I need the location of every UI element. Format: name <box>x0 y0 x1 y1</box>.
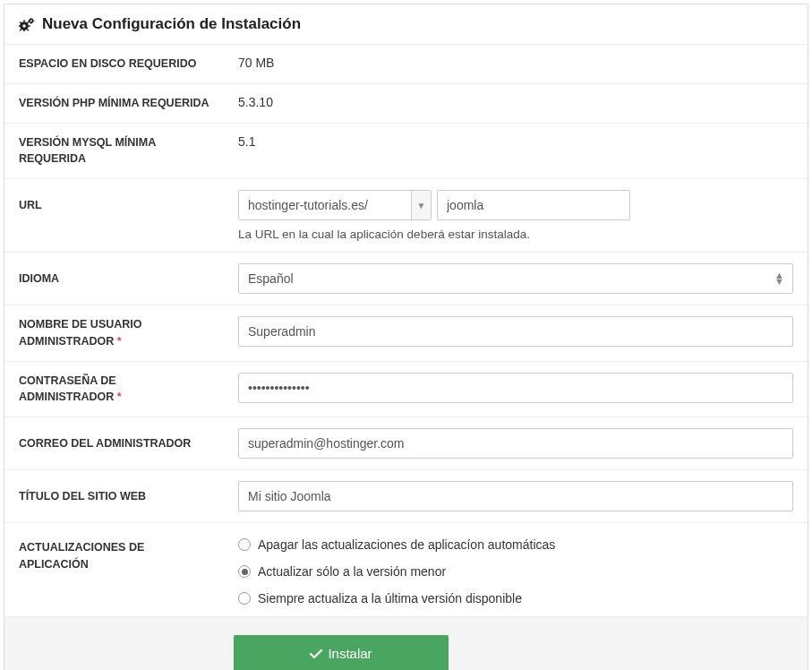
admin-email-input[interactable] <box>238 428 793 459</box>
site-title-label: TÍTULO DEL SITIO WEB <box>4 470 224 523</box>
radio-icon <box>238 592 251 605</box>
svg-rect-13 <box>30 22 31 23</box>
updates-option-latest-label: Siempre actualiza a la última versión di… <box>258 591 522 606</box>
language-select-value: Español <box>238 263 793 294</box>
svg-rect-3 <box>23 30 25 31</box>
svg-rect-15 <box>33 20 34 21</box>
install-config-panel: Nueva Configuración de Instalación ESPAC… <box>4 4 808 670</box>
gears-icon <box>19 18 35 31</box>
language-label: IDIOMA <box>4 253 224 305</box>
svg-rect-14 <box>28 20 29 21</box>
mysql-version-value: 5.1 <box>238 134 255 149</box>
check-icon <box>310 649 322 659</box>
admin-password-input[interactable] <box>238 373 793 403</box>
svg-rect-4 <box>19 25 21 27</box>
domain-select[interactable]: hostinger-tutorials.es/ ▼ <box>238 190 432 220</box>
language-select[interactable]: Español ▲▼ <box>238 263 793 294</box>
svg-point-11 <box>30 20 32 21</box>
panel-header: Nueva Configuración de Instalación <box>4 4 808 44</box>
php-version-value: 5.3.10 <box>238 95 273 109</box>
radio-icon <box>238 538 251 551</box>
install-button[interactable]: Instalar <box>234 635 449 670</box>
url-label: URL <box>4 179 224 253</box>
updates-option-off-label: Apagar las actualizaciones de aplicacíon… <box>258 537 555 552</box>
site-title-input[interactable] <box>238 481 793 511</box>
updates-option-minor[interactable]: Actualizar sólo a la versión menor <box>238 564 793 579</box>
admin-email-label: CORREO DEL ADMINISTRADOR <box>4 417 224 470</box>
url-input-group: hostinger-tutorials.es/ ▼ <box>238 190 793 220</box>
updates-option-minor-label: Actualizar sólo a la versión menor <box>258 564 446 579</box>
form-table: ESPACIO EN DISCO REQUERIDO 70 MB VERSIÓN… <box>4 44 808 670</box>
admin-username-label: NOMBRE DE USUARIO ADMINISTRADOR * <box>4 305 224 362</box>
admin-password-label: CONTRASEÑA DE ADMINISTRADOR * <box>4 361 224 417</box>
url-help-text: La URL en la cual la aplicación deberá e… <box>238 228 793 241</box>
mysql-version-label: VERSIÓN MYSQL MÍNIMA REQUERIDA <box>4 123 224 179</box>
svg-rect-2 <box>23 20 25 21</box>
updates-option-off[interactable]: Apagar las actualizaciones de aplicacíon… <box>238 537 793 552</box>
updates-option-latest[interactable]: Siempre actualiza a la última versión di… <box>238 591 793 606</box>
app-updates-label: ACTUALIZACIONES DE APLICACIÓN <box>4 523 224 617</box>
php-version-label: VERSIÓN PHP MÍNIMA REQUERIDA <box>4 83 224 123</box>
domain-select-value: hostinger-tutorials.es/ <box>239 191 411 219</box>
svg-point-1 <box>22 24 25 27</box>
svg-rect-12 <box>30 18 31 19</box>
chevron-down-icon: ▼ <box>411 191 431 219</box>
disk-space-label: ESPACIO EN DISCO REQUERIDO <box>4 45 224 84</box>
url-path-input[interactable] <box>437 190 630 220</box>
admin-username-input[interactable] <box>238 316 793 347</box>
sort-icon: ▲▼ <box>774 272 784 285</box>
panel-title: Nueva Configuración de Instalación <box>42 15 301 33</box>
install-button-label: Instalar <box>328 646 372 661</box>
radio-icon <box>238 565 251 578</box>
svg-rect-5 <box>29 25 30 27</box>
disk-space-value: 70 MB <box>238 56 274 70</box>
